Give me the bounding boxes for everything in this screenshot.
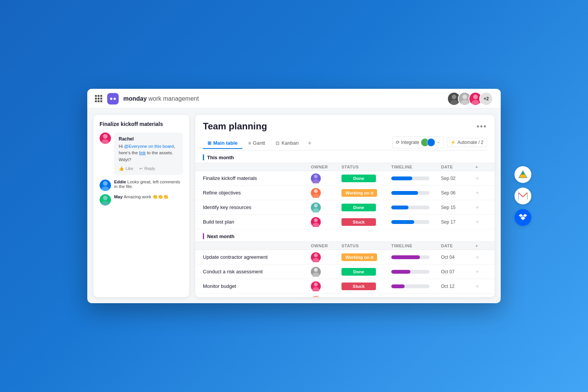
row-add-2[interactable]: +	[475, 189, 487, 196]
row-date-5: Oct 04	[441, 255, 475, 260]
main-content: Finalize kickoff materials Rachel Hi @Ev…	[87, 109, 501, 303]
row-add-3[interactable]: +	[475, 204, 487, 211]
assets-link[interactable]: link	[139, 150, 145, 155]
gmail-icon[interactable]	[514, 188, 531, 204]
col-timeline-2: Timeline	[391, 243, 441, 248]
reply-icon: ↩	[139, 166, 143, 171]
row-status-7: Stuck	[341, 283, 391, 290]
timeline-fill-3	[391, 206, 408, 209]
status-badge-1: Done	[341, 175, 376, 182]
col-date-2: Date	[441, 243, 475, 248]
reply-button[interactable]: ↩ Reply	[139, 166, 155, 171]
group-bar-purple	[203, 233, 204, 239]
grid-icon[interactable]	[95, 95, 103, 103]
row-add-5[interactable]: +	[475, 254, 487, 261]
svg-point-26	[314, 283, 318, 286]
may-avatar	[100, 194, 111, 206]
row-status-4: Stuck	[341, 218, 391, 226]
row-timeline-4	[391, 220, 441, 224]
board-panel: Team planning ••• ⊞ Main table ≡ Gantt ⊡…	[195, 115, 495, 297]
owner-avatar-8	[311, 296, 321, 297]
row-timeline-3	[391, 206, 441, 209]
owner-avatar-6	[311, 267, 321, 277]
status-badge-5: Working on it	[341, 253, 377, 261]
row-add-6[interactable]: +	[475, 268, 487, 275]
owner-avatar-7	[311, 281, 321, 291]
row-date-2: Sep 06	[441, 190, 475, 196]
eddie-reply-text: Eddie Looks great, left comments in the …	[114, 180, 183, 189]
board-title: Team planning	[203, 121, 267, 132]
table-row: Conduct a risk assessment Done	[195, 265, 495, 279]
row-owner-4	[311, 217, 341, 227]
avatar-count: +2	[479, 92, 493, 106]
timeline-fill-2	[391, 191, 418, 195]
row-owner-7	[311, 281, 341, 291]
row-add-4[interactable]: +	[475, 219, 487, 225]
table-row: Refine objectives Working on it	[195, 186, 495, 200]
status-badge-8: Working on it	[341, 297, 377, 297]
integrate-arrow: →	[436, 140, 440, 145]
group-this-month-header: This month	[195, 150, 495, 163]
eddie-avatar	[100, 180, 111, 191]
row-name-8: Develop communication plan	[203, 295, 311, 297]
kanban-icon: ⊡	[276, 140, 279, 146]
may-reply-text: May Amazing work 👏👏👏	[114, 194, 168, 199]
main-table-icon: ⊞	[207, 140, 211, 146]
timeline-bar-2	[391, 191, 430, 195]
col-status-2: Status	[341, 243, 391, 248]
row-add-1[interactable]: +	[475, 175, 487, 182]
drive-icon[interactable]	[514, 166, 531, 183]
row-owner-1	[311, 173, 341, 183]
board-body: This month Owner Status Timeline Date + …	[195, 150, 495, 297]
row-owner-6	[311, 267, 341, 277]
tab-gantt[interactable]: ≡ Gantt	[244, 138, 270, 149]
reply-eddie: Eddie Looks great, left comments in the …	[100, 180, 183, 191]
rachel-bubble: Rachel Hi @Everyone on this board, here'…	[114, 132, 183, 175]
mention-everyone: @Everyone on this board	[124, 144, 174, 149]
owner-avatar-5	[311, 252, 321, 262]
logo-icon	[107, 93, 119, 105]
row-timeline-1	[391, 176, 441, 180]
svg-point-8	[103, 134, 108, 139]
more-button[interactable]: •••	[477, 122, 487, 131]
owner-avatar-4	[311, 217, 321, 227]
row-date-6: Oct 07	[441, 269, 475, 274]
timeline-bar-3	[391, 206, 430, 209]
reply-may: May Amazing work 👏👏👏	[100, 194, 183, 206]
svg-point-23	[312, 258, 319, 262]
timeline-fill-4	[391, 220, 414, 224]
tab-main-table[interactable]: ⊞ Main table	[203, 138, 242, 149]
row-timeline-6	[391, 270, 441, 274]
topbar: monday work management	[87, 89, 501, 109]
col-task	[203, 165, 311, 169]
col-date-1: Date	[441, 165, 475, 169]
svg-point-11	[101, 186, 109, 191]
timeline-bar-4	[391, 220, 430, 224]
integrate-button[interactable]: ⟳ Integrate →	[392, 136, 444, 149]
avatars-group: +2	[447, 92, 493, 106]
row-name-3: Identify key resources	[203, 201, 311, 213]
table-header-this-month: Owner Status Timeline Date +	[195, 163, 495, 171]
dropbox-icon[interactable]	[514, 209, 531, 226]
svg-point-2	[452, 95, 456, 99]
group-this-month-title: This month	[207, 155, 234, 160]
table-row: Develop communication plan Working on it	[195, 294, 495, 297]
row-add-7[interactable]: +	[475, 283, 487, 290]
svg-point-9	[101, 139, 109, 144]
group-next-month-title: Next month	[207, 234, 235, 239]
timeline-fill-1	[391, 176, 412, 180]
timeline-fill-6	[391, 270, 410, 274]
tab-add-button[interactable]: +	[305, 137, 314, 149]
row-date-3: Sep 15	[441, 205, 475, 210]
svg-point-6	[473, 95, 478, 99]
col-add-1: +	[475, 165, 487, 169]
row-date-1: Sep 02	[441, 176, 475, 181]
automate-button[interactable]: ⚡ Automate / 2	[447, 138, 487, 147]
row-owner-3	[311, 203, 341, 212]
svg-point-17	[312, 194, 319, 198]
table-row: Identify key resources Done Se	[195, 200, 495, 215]
timeline-bar-5	[391, 255, 430, 259]
tab-kanban[interactable]: ⊡ Kanban	[271, 138, 303, 149]
like-button[interactable]: 👍 Like	[119, 166, 133, 171]
table-row: Update contractor agreement Working on i…	[195, 250, 495, 265]
